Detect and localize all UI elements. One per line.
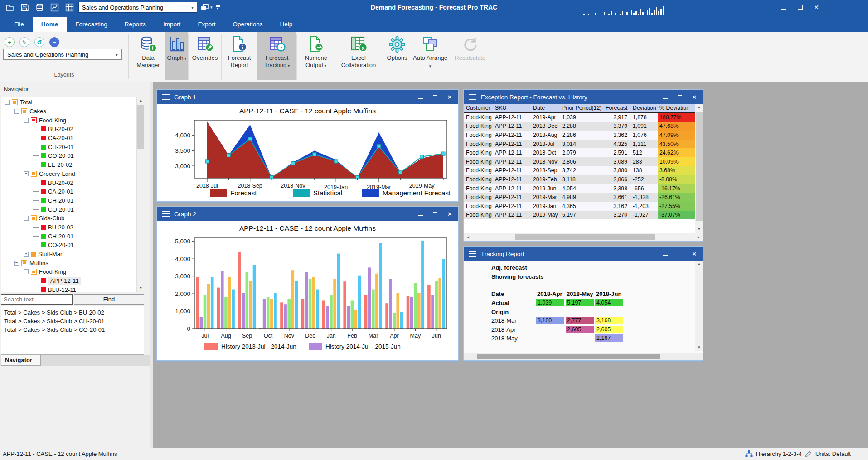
table-row[interactable]: Food-KingAPP-12-112019-Feb3,1182,866-252… — [464, 175, 695, 184]
tree-item-co-20-01[interactable]: CO-20-01 — [1, 205, 136, 214]
scrollbar-thumb[interactable] — [696, 112, 703, 221]
exception-vertical-scrollbar[interactable]: ▲ ▼ — [695, 104, 703, 233]
tree-item-bu-20-02[interactable]: BU-20-02 — [1, 125, 136, 134]
search-result-item[interactable]: Total > Cakes > Sids-Club > CH-20-01 — [4, 317, 141, 325]
save-icon[interactable] — [19, 2, 30, 13]
tree-item-food-king[interactable]: −Food-King — [1, 116, 136, 125]
table-row[interactable]: Food-KingAPP-12-112019-May5,1973,270-1,9… — [464, 211, 695, 220]
scroll-up-icon[interactable]: ▲ — [695, 261, 703, 268]
collapse-icon[interactable]: − — [24, 171, 29, 176]
open-folder-icon[interactable] — [4, 2, 15, 13]
tree-item-muffins[interactable]: −Muffins — [1, 258, 136, 267]
collapse-icon[interactable]: − — [5, 100, 10, 105]
table-row[interactable]: Food-KingAPP-12-112018-Oct2,0792,5915122… — [464, 148, 695, 157]
tree-item-app-12-11[interactable]: APP-12-11 — [1, 276, 136, 286]
find-button[interactable]: Find — [74, 294, 144, 305]
maximize-button[interactable] — [676, 250, 684, 257]
minimize-button[interactable] — [417, 93, 424, 101]
graph1-title-bar[interactable]: Graph 1 ✕ — [157, 90, 458, 104]
column-header-customer[interactable]: Customer — [464, 105, 493, 111]
maximize-button[interactable] — [432, 210, 439, 218]
numeric-grid-icon[interactable] — [63, 2, 75, 13]
tree-item-grocery-land[interactable]: −Grocery-Land — [1, 169, 136, 179]
remove-layout-icon[interactable]: − — [49, 37, 59, 47]
expand-icon[interactable]: + — [24, 252, 29, 257]
collapse-icon[interactable]: − — [24, 269, 29, 274]
column-header-date[interactable]: Date — [531, 105, 560, 111]
ribbon-button-excel-collaboration[interactable]: xExcel Collaboration — [335, 32, 382, 80]
collapse-icon[interactable]: − — [24, 216, 29, 221]
edit-layout-icon[interactable]: ✎ — [19, 37, 29, 47]
close-button[interactable]: ✕ — [691, 250, 698, 257]
tracking-vertical-scrollbar[interactable]: ▲ ▼ — [695, 261, 703, 351]
hamburger-menu-icon[interactable] — [469, 94, 476, 100]
search-result-item[interactable]: Total > Cakes > Sids-Club > CO-20-01 — [4, 325, 141, 334]
scroll-down-icon[interactable]: ▼ — [695, 344, 703, 351]
ribbon-button-options[interactable]: Options — [382, 32, 412, 80]
close-button[interactable]: ✕ — [446, 93, 453, 101]
tab-help[interactable]: Help — [271, 17, 301, 32]
tree-item-cakes[interactable]: −Cakes — [1, 107, 136, 116]
column-header-deviation[interactable]: Deviation — [631, 105, 658, 111]
table-row[interactable]: Food-KingAPP-12-112018-Aug2,2863,3621,07… — [464, 131, 695, 140]
cascade-windows-button[interactable]: ▾ — [200, 3, 213, 12]
tree-item-co-20-01[interactable]: CO-20-01 — [1, 151, 136, 160]
column-header-sku[interactable]: SKU — [493, 105, 531, 111]
column-header--deviation[interactable]: % Deviation — [658, 105, 695, 111]
column-header-prior-period-12-[interactable]: Prior Period(12) — [560, 105, 604, 111]
table-row[interactable]: Food-KingAPP-12-112019-Apr1,0392,9171,87… — [464, 113, 695, 122]
tree-item-ca-20-01[interactable]: CA-20-01 — [1, 134, 136, 143]
ribbon-button-forecast-tracking[interactable]: Forecast Tracking ▾ — [257, 32, 296, 80]
tab-operations[interactable]: Operations — [224, 17, 271, 32]
status-units[interactable]: Units: Default — [815, 450, 851, 457]
tab-import[interactable]: Import — [155, 17, 189, 32]
scroll-down-icon[interactable]: ▼ — [137, 285, 144, 292]
tracking-horizontal-scrollbar[interactable] — [464, 353, 703, 360]
tree-item-sids-club[interactable]: −Sids-Club — [1, 214, 136, 223]
maximize-button[interactable] — [432, 93, 439, 101]
table-row[interactable]: Food-KingAPP-12-112018-Sep3,7423,8801383… — [464, 166, 695, 175]
hamburger-menu-icon[interactable] — [469, 251, 476, 257]
minimize-button[interactable] — [417, 210, 424, 218]
ribbon-button-graph[interactable]: Graph ▾ — [165, 32, 188, 80]
tree-item-bu-20-02[interactable]: BU-20-02 — [1, 178, 136, 187]
minimize-button[interactable] — [662, 250, 669, 257]
collapse-icon[interactable]: − — [24, 118, 29, 123]
tree-item-le-20-02[interactable]: LE-20-02 — [1, 160, 136, 169]
tab-export[interactable]: Export — [189, 17, 224, 32]
close-button[interactable]: ✕ — [446, 210, 453, 218]
collapse-icon[interactable]: − — [14, 261, 19, 266]
scroll-up-icon[interactable]: ▲ — [137, 97, 144, 104]
tree-item-food-king[interactable]: −Food-King — [1, 267, 136, 276]
titlebar-layout-dropdown[interactable]: Sales and Operations Planning ▾ — [78, 2, 197, 13]
minimize-button[interactable] — [779, 2, 789, 12]
tab-home[interactable]: Home — [33, 17, 67, 32]
table-row[interactable]: Food-KingAPP-12-112019-Jan4,3653,162-1,2… — [464, 202, 695, 211]
tree-item-ch-20-01[interactable]: CH-20-01 — [1, 196, 136, 205]
search-result-item[interactable]: Total > Cakes > Sids-Club > BU-20-02 — [4, 308, 141, 317]
tree-item-co-20-01[interactable]: CO-20-01 — [1, 241, 136, 250]
maximize-button[interactable] — [676, 93, 684, 101]
close-button[interactable]: ✕ — [811, 2, 821, 12]
tab-reports[interactable]: Reports — [116, 17, 155, 32]
scrollbar-thumb[interactable] — [515, 234, 655, 240]
tree-item-ch-20-01[interactable]: CH-20-01 — [1, 232, 136, 241]
ribbon-button-data-manager[interactable]: Data Manager — [131, 32, 165, 80]
tree-scrollbar-thumb[interactable] — [137, 105, 144, 149]
table-row[interactable]: Food-KingAPP-12-112019-Mar4,9893,661-1,3… — [464, 193, 695, 202]
tree-scrollbar[interactable]: ▲ ▼ — [136, 97, 144, 292]
tree-item-bu-20-02[interactable]: BU-20-02 — [1, 223, 136, 232]
undo-layout-icon[interactable]: ↺ — [34, 37, 44, 47]
tree-item-stuff-mart[interactable]: +Stuff-Mart — [1, 250, 136, 259]
search-input[interactable] — [1, 294, 73, 305]
exception-horizontal-scrollbar[interactable]: ◄ ► — [464, 233, 703, 241]
tracking-report-title-bar[interactable]: Tracking Report ✕ — [464, 247, 703, 261]
tab-navigator[interactable]: Navigator — [1, 355, 41, 366]
collapse-icon[interactable]: − — [14, 109, 19, 114]
scroll-left-icon[interactable]: ◄ — [464, 233, 472, 241]
table-row[interactable]: Food-KingAPP-12-112019-Jun4,0543,398-656… — [464, 184, 695, 193]
status-hierarchy[interactable]: Hierarchy 1-2-3-4 — [756, 450, 802, 457]
ribbon-button-numeric-output[interactable]: Numeric Output ▾ — [297, 32, 335, 80]
line-chart-icon[interactable] — [48, 2, 60, 13]
scroll-up-icon[interactable]: ▲ — [695, 104, 703, 111]
